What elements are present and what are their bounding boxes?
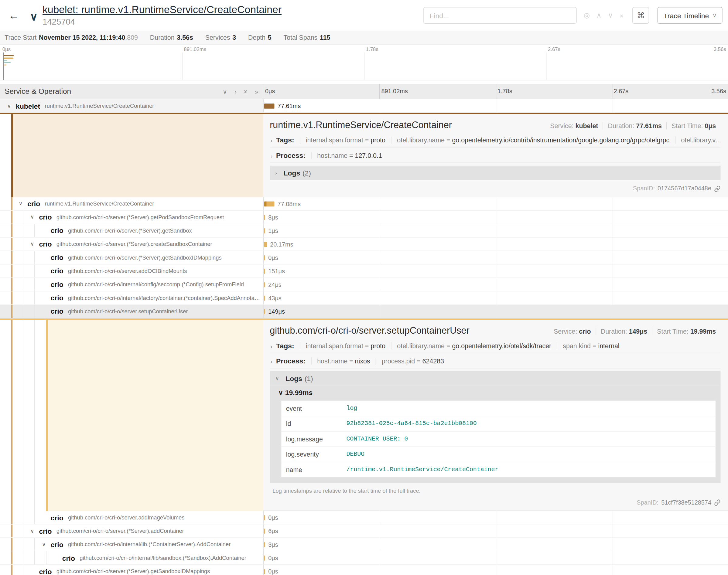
- span-row[interactable]: ∨kubeletruntime.v1.RuntimeService/Create…: [0, 99, 728, 113]
- span-duration-bar[interactable]: [264, 515, 265, 520]
- span-row[interactable]: criogithub.com/cri-o/cri-o/internal/fact…: [0, 291, 728, 305]
- process-accordion-row[interactable]: ›Process:host.name = 127.0.0.1: [270, 147, 720, 163]
- span-duration-bar[interactable]: [264, 201, 274, 206]
- tag-key: otel.library.name: [397, 342, 444, 349]
- span-name-cell[interactable]: ∨crioruntime.v1.RuntimeService/CreateCon…: [0, 197, 263, 210]
- span-timeline-cell[interactable]: 8μs: [263, 210, 728, 224]
- span-timeline-cell[interactable]: 24μs: [263, 278, 728, 291]
- clear-search-icon[interactable]: ×: [616, 11, 627, 19]
- span-duration-bar[interactable]: [264, 309, 265, 314]
- span-row[interactable]: criogithub.com/cri-o/cri-o/server.addOCI…: [0, 264, 728, 278]
- span-timeline-cell[interactable]: 6μs: [263, 525, 728, 538]
- span-duration-bar[interactable]: [264, 542, 265, 547]
- span-timeline-cell[interactable]: 0μs: [263, 251, 728, 264]
- span-name-cell[interactable]: criogithub.com/cri-o/cri-o/internal/conf…: [0, 278, 263, 291]
- span-name-cell[interactable]: ∨criogithub.com/cri-o/cri-o/internal/lib…: [0, 538, 263, 551]
- span-row[interactable]: criogithub.com/cri-o/cri-o/server.(*Serv…: [0, 565, 728, 575]
- span-timeline-cell[interactable]: 77.61ms: [263, 99, 728, 112]
- expand-chevron-icon[interactable]: ∨: [2, 103, 16, 109]
- trace-collapse-chevron-icon[interactable]: ∨: [30, 10, 38, 23]
- log-entry-timestamp[interactable]: ∨ 19.99ms: [274, 385, 716, 400]
- collapse-all-icon[interactable]: »: [242, 90, 249, 93]
- span-name-cell[interactable]: criogithub.com/cri-o/cri-o/server.(*Serv…: [0, 224, 263, 237]
- span-timeline-cell[interactable]: 0μs: [263, 511, 728, 524]
- indent-guide: [23, 210, 23, 224]
- span-row[interactable]: criogithub.com/cri-o/cri-o/server.(*Serv…: [0, 224, 728, 237]
- minimap-canvas[interactable]: [0, 53, 728, 80]
- keyboard-shortcuts-button[interactable]: ⌘: [632, 7, 649, 24]
- span-timeline-cell[interactable]: 43μs: [263, 291, 728, 304]
- span-row[interactable]: ∨criogithub.com/cri-o/cri-o/server.(*Ser…: [0, 525, 728, 538]
- span-duration-bar[interactable]: [264, 295, 265, 301]
- expand-chevron-icon[interactable]: ∨: [26, 528, 39, 534]
- span-name-cell[interactable]: criogithub.com/cri-o/cri-o/server.setupC…: [0, 305, 263, 318]
- span-name-cell[interactable]: criogithub.com/cri-o/cri-o/server.(*Serv…: [0, 251, 263, 264]
- tags-accordion-row[interactable]: ›Tags:internal.span.format = protootel.l…: [270, 338, 720, 353]
- span-duration-label: 0μs: [268, 514, 278, 521]
- find-input[interactable]: [424, 7, 577, 24]
- span-name-cell[interactable]: ∨criogithub.com/cri-o/cri-o/server.(*Ser…: [0, 237, 263, 250]
- span-duration-bar[interactable]: [264, 228, 265, 233]
- span-duration-bar[interactable]: [264, 282, 265, 287]
- prev-match-icon[interactable]: ∧: [593, 11, 605, 20]
- span-duration-bar[interactable]: [264, 215, 265, 220]
- span-name-cell[interactable]: criogithub.com/cri-o/cri-o/server.(*Serv…: [0, 565, 263, 575]
- logs-accordion-header[interactable]: ∨Logs(1): [270, 371, 720, 385]
- span-duration-bar[interactable]: [264, 242, 267, 247]
- span-timeline-cell[interactable]: 151μs: [263, 264, 728, 277]
- back-button[interactable]: ←: [5, 9, 22, 22]
- expand-chevron-icon[interactable]: ∨: [37, 541, 51, 547]
- span-duration-bar[interactable]: [264, 104, 274, 109]
- tags-accordion-row[interactable]: ›Tags:internal.span.format = protootel.l…: [270, 132, 720, 147]
- span-id-footer: SpanID:0174567d17a0448e: [270, 184, 720, 192]
- span-operation-name: github.com/cri-o/cri-o/server.addOCIBind…: [68, 267, 263, 274]
- span-name-cell[interactable]: ∨criogithub.com/cri-o/cri-o/server.(*Ser…: [0, 210, 263, 224]
- span-row[interactable]: criogithub.com/cri-o/cri-o/internal/conf…: [0, 278, 728, 291]
- span-timeline-cell[interactable]: 1μs: [263, 224, 728, 237]
- expand-chevron-icon[interactable]: ∨: [14, 200, 27, 206]
- span-name-cell[interactable]: criogithub.com/cri-o/cri-o/server.addOCI…: [0, 264, 263, 277]
- top-bar: ← ∨ kubelet: runtime.v1.RuntimeService/C…: [0, 0, 728, 31]
- expand-chevron-icon[interactable]: ∨: [26, 214, 39, 220]
- span-duration-bar[interactable]: [264, 555, 265, 561]
- span-duration-bar[interactable]: [264, 268, 265, 274]
- span-timeline-cell[interactable]: 20.17ms: [263, 237, 728, 250]
- span-name-cell[interactable]: ∨kubeletruntime.v1.RuntimeService/Create…: [0, 99, 263, 112]
- span-duration-bar[interactable]: [264, 569, 265, 574]
- expand-chevron-icon[interactable]: ∨: [26, 241, 39, 247]
- collapse-one-icon[interactable]: ∨: [223, 88, 227, 95]
- indent-guide: [11, 538, 13, 551]
- span-row[interactable]: ∨criogithub.com/cri-o/cri-o/internal/lib…: [0, 538, 728, 551]
- span-duration-bar[interactable]: [264, 529, 265, 534]
- span-timeline-cell[interactable]: 0μs: [263, 551, 728, 564]
- link-icon[interactable]: [714, 184, 720, 192]
- expand-one-icon[interactable]: ›: [234, 88, 237, 95]
- trace-title-link[interactable]: kubelet: runtime.v1.RuntimeService/Creat…: [42, 4, 282, 15]
- span-name-cell[interactable]: criogithub.com/cri-o/cri-o/server.addIma…: [0, 511, 263, 524]
- link-icon[interactable]: [714, 499, 720, 506]
- span-row[interactable]: criogithub.com/cri-o/cri-o/internal/lib/…: [0, 551, 728, 565]
- span-row[interactable]: criogithub.com/cri-o/cri-o/server.setupC…: [0, 305, 728, 318]
- span-timeline-cell[interactable]: 3μs: [263, 538, 728, 551]
- span-row[interactable]: ∨criogithub.com/cri-o/cri-o/server.(*Ser…: [0, 237, 728, 251]
- expand-all-icon[interactable]: »: [255, 88, 258, 95]
- span-row[interactable]: criogithub.com/cri-o/cri-o/server.addIma…: [0, 511, 728, 524]
- span-id-label: SpanID:: [637, 499, 658, 506]
- span-timeline-cell[interactable]: 77.08ms: [263, 197, 728, 210]
- logs-accordion-header[interactable]: ›Logs(2): [270, 166, 720, 180]
- span-row[interactable]: criogithub.com/cri-o/cri-o/server.(*Serv…: [0, 251, 728, 264]
- span-duration-bar[interactable]: [264, 255, 265, 260]
- minimap-scrubber[interactable]: [3, 53, 4, 80]
- span-row[interactable]: ∨criogithub.com/cri-o/cri-o/server.(*Ser…: [0, 210, 728, 224]
- focus-icon[interactable]: ◎: [581, 11, 593, 20]
- view-selector-button[interactable]: Trace Timeline ∨: [658, 7, 723, 24]
- span-name-cell[interactable]: ∨criogithub.com/cri-o/cri-o/server.(*Ser…: [0, 525, 263, 538]
- span-duration-label: 77.08ms: [277, 200, 301, 207]
- span-row[interactable]: ∨crioruntime.v1.RuntimeService/CreateCon…: [0, 197, 728, 210]
- process-accordion-row[interactable]: ›Process:host.name = nixosprocess.pid = …: [270, 353, 720, 368]
- next-match-icon[interactable]: ∨: [605, 11, 616, 20]
- span-name-cell[interactable]: criogithub.com/cri-o/cri-o/internal/lib/…: [0, 551, 263, 564]
- span-timeline-cell[interactable]: 0μs: [263, 565, 728, 575]
- span-timeline-cell[interactable]: 149μs: [263, 305, 728, 318]
- span-name-cell[interactable]: criogithub.com/cri-o/cri-o/internal/fact…: [0, 291, 263, 304]
